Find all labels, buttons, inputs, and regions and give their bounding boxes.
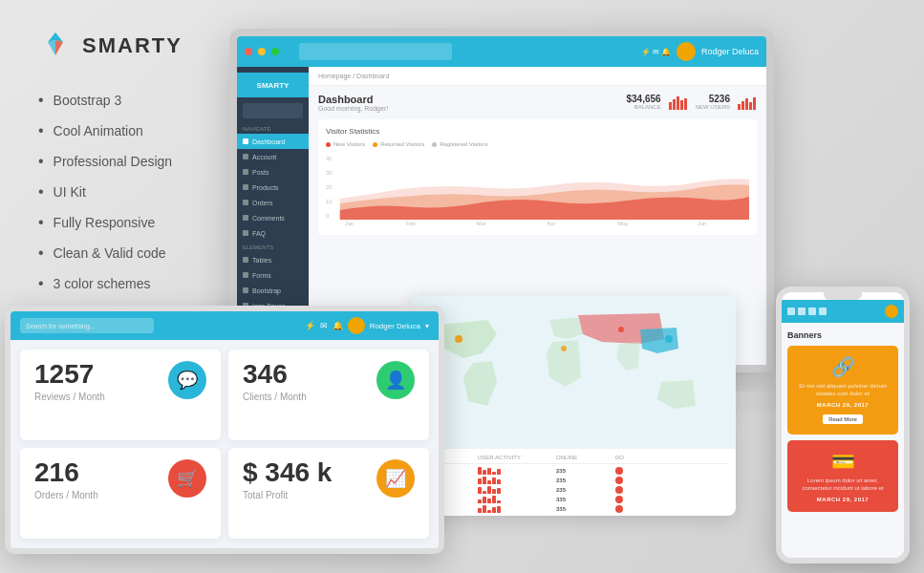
activity-bar-5 [478,505,554,513]
world-map [411,296,736,449]
sidebar-logo: SMARTY [237,73,309,97]
dashboard-greeting: Good morning, Rodger! [318,105,388,112]
forms-icon [243,272,248,278]
bar-item [478,487,482,494]
orders-number: 216 [34,459,98,486]
chart-title: Visitor Statistics [326,127,749,136]
bar-item [478,508,482,513]
activity-bar-3 [478,486,554,494]
comments-icon [243,215,248,221]
sidebar-item-faq[interactable]: FAQ [237,225,309,241]
phone-notch [824,292,862,300]
svg-text:30: 30 [326,170,333,176]
reviews-icon: 💬 [168,361,206,399]
window-dot-red [245,48,252,55]
table-row: 7,354 235 [419,477,728,484]
dashboard-icon [243,138,248,144]
legend-dot-registered [432,142,437,147]
svg-text:40: 40 [326,156,333,161]
feature-item-7: 3 color schemes [38,275,239,292]
tables-icon [243,257,248,263]
sidebar-item-label-orders: Orders [252,200,272,206]
legend-registered: Registered Visitors [432,141,487,147]
bar-item [497,488,501,494]
tablet-search[interactable]: Search for something... [20,318,154,333]
balance-stat: $34,656 BALANCE [627,94,661,110]
phone-banner-2-text: Lorem ipsum dolor sit amet, consectetur … [795,477,891,493]
bar-item [497,506,501,513]
svg-rect-0 [669,102,672,110]
map-table: VISITS USER ACTIVITY ONLINE DO 4,163 235… [411,449,736,516]
reviews-number: 1257 [34,361,105,388]
table-row: 2,018 335 [419,505,728,513]
bar-item [492,507,496,513]
sidebar-item-account[interactable]: Account [237,149,309,164]
user-name-laptop: Rodger Deluca [701,47,759,56]
clients-icon: 👤 [376,361,415,399]
col-user-activity: USER ACTIVITY [478,455,554,460]
dash-header-right: ⚡ ✉ 🔔 Rodger Deluca [641,42,760,61]
activity-bar-4 [478,496,554,503]
sidebar-item-tables[interactable]: Tables [237,252,309,267]
nav-label-navigate: NAVIGATE [237,122,309,134]
svg-rect-9 [753,97,756,110]
sidebar-item-label-forms: Forms [252,272,271,279]
profit-icon: 📈 [376,459,415,498]
sidebar-item-orders[interactable]: Orders [237,195,309,210]
sidebar-item-label-account: Account [252,154,276,160]
tablet-notification-icon: ⚡ [305,321,315,330]
orders-icon [243,200,248,205]
sidebar-item-products[interactable]: Products [237,180,309,195]
online-5: 335 [556,506,613,512]
online-1: 235 [556,468,613,474]
svg-text:Mar: Mar [477,221,486,226]
svg-text:Feb: Feb [406,221,417,226]
sidebar-item-comments[interactable]: Comments [237,210,309,225]
svg-rect-1 [673,99,676,110]
dash-search-bar[interactable] [299,43,452,60]
sidebar-search[interactable] [243,103,303,118]
tablet-mail-icon: ✉ [320,321,328,330]
posts-icon [243,169,248,175]
bar-item [487,480,491,484]
feature-item-5: Fully Responsive [38,214,239,231]
chart-legend: New Visitors Returned Visitors Registere… [326,141,749,147]
tablet-user-name: Rodger Deluca [370,322,420,330]
sidebar-item-dashboard[interactable]: Dashboard [237,134,309,149]
stat-card-orders: 216 Orders / Month 🛒 [20,448,221,539]
status-dot-2 [615,477,623,484]
sidebar-item-posts[interactable]: Posts [237,164,309,180]
phone-banner-1-icon: 🔗 [795,355,891,378]
table-row: 4,163 235 [419,467,728,475]
sidebar-item-bootstrap[interactable]: Bootstrap [237,283,309,298]
orders-label: Orders / Month [34,490,98,500]
svg-point-22 [455,335,462,343]
tablet-header-right: ⚡ ✉ 🔔 Rodger Deluca ▾ [305,317,429,334]
notification-icons: ⚡ ✉ 🔔 [641,48,671,56]
new-users-label: NEW USERS [696,104,730,110]
sidebar-item-label-posts: Posts [252,169,269,176]
features-list: Bootstrap 3 Cool Animation Professional … [38,92,239,292]
phone-screen: Banners 🔗 Et nisi nisl aliquam pulvinar … [776,286,910,563]
world-map-svg [411,296,736,449]
phone-banner-1: 🔗 Et nisi nisl aliquam pulvinar dictum s… [787,346,898,435]
svg-rect-2 [677,96,679,110]
profit-number: $ 346 k [243,459,332,486]
new-users-stat: 5236 NEW USERS [696,94,730,110]
bar-item [492,496,496,503]
sidebar-item-forms[interactable]: Forms [237,267,309,283]
phone-header [782,300,904,323]
products-icon [243,184,248,190]
dashboard-stats: $34,656 BALANCE 5236 NEW USERS [627,94,758,110]
bar-item [487,468,491,475]
svg-rect-5 [738,104,741,110]
svg-point-24 [561,346,567,351]
legend-dot-new [326,142,331,147]
phone-banner-1-button[interactable]: Read More [823,414,863,424]
account-icon [243,154,248,159]
users-chart-mini [738,94,757,110]
legend-new-visitors: New Visitors [326,141,365,147]
phone-banner-1-date: MARCH 29, 2017 [795,402,891,408]
stat-card-clients: 346 Clients / Month 👤 [228,350,429,440]
status-dot-1 [615,467,623,475]
